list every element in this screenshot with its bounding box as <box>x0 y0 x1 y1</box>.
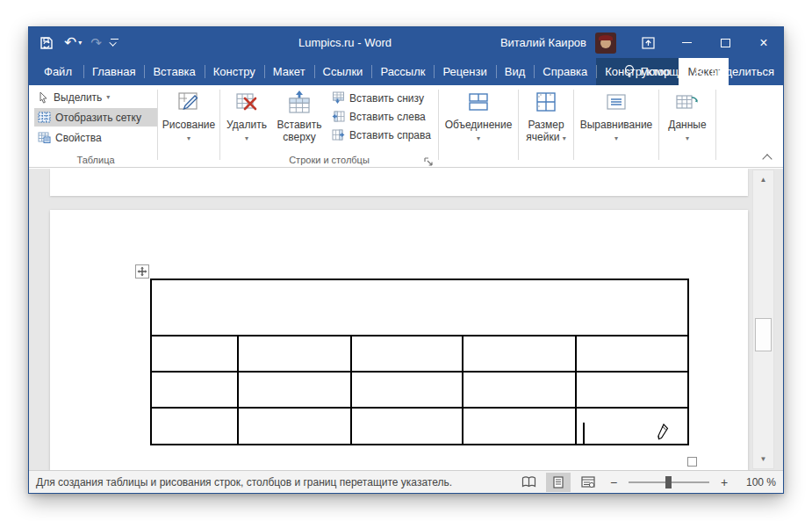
group-alignment: Выравнивание <box>575 85 658 167</box>
tab-help[interactable]: Справка <box>534 58 596 85</box>
merge-caret-icon <box>477 133 480 145</box>
rows-columns-dialog-launcher[interactable] <box>424 155 434 164</box>
avatar[interactable] <box>595 33 616 54</box>
quick-access-toolbar: ↶ ▾ ↷ <box>40 27 119 58</box>
table-cell-merged-header[interactable] <box>151 279 688 336</box>
cell-size-label-line2: ячейки <box>526 131 559 143</box>
titlebar: ↶ ▾ ↷ Lumpics.ru - Word Виталий Каиров <box>29 27 783 58</box>
group-divider <box>438 90 439 160</box>
table-cell[interactable] <box>151 372 238 408</box>
view-gridlines-button[interactable]: Отобразить сетку <box>34 108 157 127</box>
vertical-scrollbar[interactable]: ▲ ▼ <box>752 170 774 469</box>
zoom-out-button[interactable]: − <box>606 475 622 489</box>
tab-insert[interactable]: Вставка <box>144 58 204 85</box>
insert-left-button[interactable]: Вставить слева <box>328 107 435 126</box>
table-cell[interactable] <box>238 336 351 372</box>
minimize-button[interactable] <box>667 27 706 58</box>
tab-view[interactable]: Вид <box>496 58 535 85</box>
print-layout-button[interactable] <box>546 473 571 492</box>
delete-caret-icon <box>245 133 248 145</box>
properties-button[interactable]: Свойства <box>34 128 157 147</box>
cell-size-label-line1: Размер <box>528 119 564 131</box>
tab-review[interactable]: Рецензи <box>434 58 495 85</box>
customize-qat-button[interactable] <box>111 39 119 47</box>
table-cell[interactable] <box>238 408 351 445</box>
word-window: ↶ ▾ ↷ Lumpics.ru - Word Виталий Каиров <box>28 26 784 494</box>
alignment-caret-icon <box>614 133 618 145</box>
ribbon-display-options-button[interactable] <box>629 27 667 58</box>
share-button[interactable]: Поделиться <box>692 65 774 78</box>
tab-home[interactable]: Главная <box>83 58 144 85</box>
account-area[interactable]: Виталий Каиров <box>500 27 616 58</box>
tab-references[interactable]: Ссылки <box>314 58 372 85</box>
table-properties-icon <box>38 132 51 143</box>
close-icon: × <box>759 36 767 50</box>
zoom-in-button[interactable]: + <box>716 475 732 489</box>
table-cell[interactable] <box>238 372 351 408</box>
redo-button[interactable]: ↷ <box>90 36 102 49</box>
table-cell[interactable] <box>463 372 576 408</box>
draw-table-button[interactable]: Рисование <box>161 88 217 145</box>
zoom-slider-thumb[interactable] <box>665 476 672 488</box>
table-cell[interactable] <box>351 336 463 372</box>
read-mode-button[interactable] <box>516 473 541 492</box>
desktop: ↶ ▾ ↷ Lumpics.ru - Word Виталий Каиров <box>0 0 812 521</box>
insert-left-label: Вставить слева <box>349 111 426 123</box>
cell-size-button[interactable]: Размер ячейки <box>520 88 572 145</box>
zoom-slider[interactable] <box>629 481 709 483</box>
scrollbar-thumb[interactable] <box>755 318 772 351</box>
undo-button[interactable]: ↶ ▾ <box>64 35 82 50</box>
insert-above-button[interactable]: Вставить сверху <box>274 88 325 143</box>
tell-me-button[interactable]: Помощн <box>623 64 686 79</box>
table-cell[interactable] <box>351 408 463 445</box>
previous-page-bottom[interactable] <box>50 169 748 196</box>
merge-button[interactable]: Объединение <box>442 88 515 145</box>
document-page[interactable] <box>50 210 748 470</box>
table-cell[interactable] <box>351 372 463 408</box>
data-button[interactable]: Данные <box>660 88 715 145</box>
table-cell-with-cursor[interactable] <box>576 408 688 445</box>
table-cell[interactable] <box>576 372 688 408</box>
table-cell[interactable] <box>151 408 238 445</box>
tab-layout[interactable]: Макет <box>264 58 314 85</box>
scroll-down-button[interactable]: ▼ <box>754 451 772 467</box>
maximize-icon <box>721 39 730 47</box>
maximize-button[interactable] <box>706 27 744 58</box>
tab-file[interactable]: Файл <box>32 58 83 85</box>
table-data-icon <box>675 90 700 113</box>
alignment-button[interactable]: Выравнивание <box>577 88 656 145</box>
move-cross-icon <box>137 266 147 277</box>
table-cell[interactable] <box>463 336 576 372</box>
delete-button[interactable]: Удалить <box>223 88 270 145</box>
table-cell[interactable] <box>151 336 238 372</box>
web-layout-button[interactable] <box>576 473 600 492</box>
insert-right-button[interactable]: Вставить справа <box>328 126 435 144</box>
group-divider <box>219 90 220 160</box>
status-right-cluster: − + 100 % <box>516 473 776 492</box>
view-gridlines-label: Отобразить сетку <box>55 112 141 124</box>
text-cursor <box>583 423 585 445</box>
gridlines-icon <box>38 112 51 123</box>
tab-design[interactable]: Констру <box>205 58 264 85</box>
collapse-ribbon-button[interactable] <box>762 154 772 161</box>
scroll-up-button[interactable]: ▲ <box>754 171 772 188</box>
lightbulb-icon <box>623 64 636 79</box>
tab-mailings[interactable]: Рассылк <box>371 58 434 85</box>
group-divider <box>573 90 574 160</box>
table-resize-handle[interactable] <box>687 457 697 467</box>
zoom-level[interactable]: 100 % <box>737 476 776 488</box>
user-name[interactable]: Виталий Каиров <box>500 36 586 49</box>
select-button[interactable]: Выделить <box>34 88 157 106</box>
table-cell[interactable] <box>463 408 576 445</box>
insert-below-button[interactable]: Вставить снизу <box>328 89 435 107</box>
table-cell[interactable] <box>576 336 688 372</box>
properties-label: Свойства <box>55 132 102 144</box>
group-divider <box>157 90 158 160</box>
save-button[interactable] <box>40 36 55 50</box>
close-button[interactable]: × <box>744 27 783 58</box>
person-plus-icon <box>692 65 706 78</box>
table-move-handle[interactable] <box>135 264 149 279</box>
minimize-icon <box>682 42 692 44</box>
insert-above-label-line2: сверху <box>283 131 315 143</box>
draw-pencil-cursor <box>656 423 670 445</box>
